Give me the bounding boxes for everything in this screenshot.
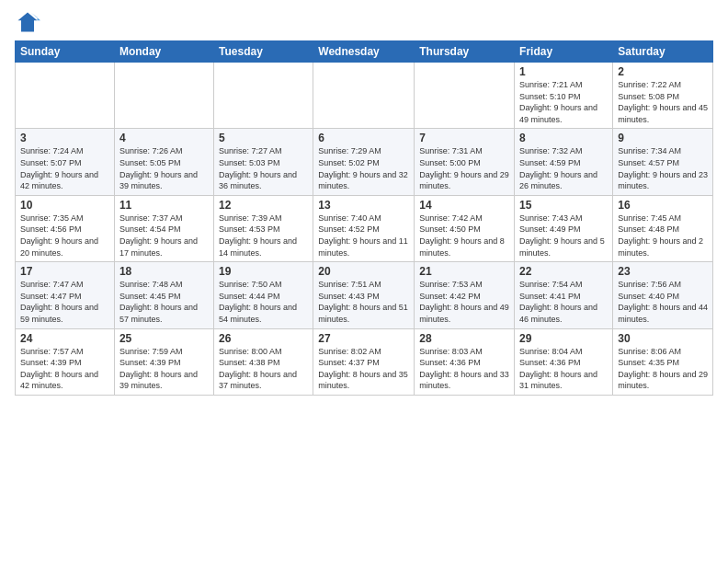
day-info: Sunrise: 7:27 AM Sunset: 5:03 PM Dayligh…: [219, 145, 308, 191]
day-info: Sunrise: 7:32 AM Sunset: 4:59 PM Dayligh…: [519, 145, 608, 191]
calendar-cell: 7Sunrise: 7:31 AM Sunset: 5:00 PM Daylig…: [415, 129, 515, 195]
day-info: Sunrise: 7:24 AM Sunset: 5:07 PM Dayligh…: [20, 145, 109, 191]
calendar-cell: 5Sunrise: 7:27 AM Sunset: 5:03 PM Daylig…: [214, 129, 313, 195]
day-number: 15: [519, 199, 608, 212]
calendar-cell: 4Sunrise: 7:26 AM Sunset: 5:05 PM Daylig…: [114, 129, 213, 195]
day-number: 2: [618, 65, 708, 78]
calendar-cell: 30Sunrise: 8:06 AM Sunset: 4:35 PM Dayli…: [613, 328, 713, 395]
day-number: 28: [419, 332, 509, 345]
day-number: 27: [318, 332, 409, 345]
day-number: 30: [618, 332, 708, 345]
day-number: 25: [119, 332, 209, 345]
day-number: 13: [318, 199, 409, 212]
day-info: Sunrise: 7:35 AM Sunset: 4:56 PM Dayligh…: [20, 213, 109, 259]
day-number: 6: [318, 132, 409, 144]
calendar-cell: 6Sunrise: 7:29 AM Sunset: 5:02 PM Daylig…: [313, 129, 415, 195]
day-number: 5: [219, 132, 308, 144]
calendar-cell: 21Sunrise: 7:53 AM Sunset: 4:42 PM Dayli…: [415, 262, 515, 328]
calendar-week-row: 3Sunrise: 7:24 AM Sunset: 5:07 PM Daylig…: [16, 129, 713, 195]
day-info: Sunrise: 7:29 AM Sunset: 5:02 PM Dayligh…: [318, 145, 409, 191]
day-info: Sunrise: 7:21 AM Sunset: 5:10 PM Dayligh…: [519, 79, 608, 125]
calendar-cell: [16, 63, 115, 129]
day-info: Sunrise: 7:51 AM Sunset: 4:43 PM Dayligh…: [318, 279, 409, 325]
calendar-cell: 27Sunrise: 8:02 AM Sunset: 4:37 PM Dayli…: [313, 328, 415, 395]
calendar-cell: 2Sunrise: 7:22 AM Sunset: 5:08 PM Daylig…: [613, 63, 713, 129]
calendar-cell: [415, 63, 515, 129]
calendar-cell: 29Sunrise: 8:04 AM Sunset: 4:36 PM Dayli…: [515, 328, 613, 395]
day-number: 29: [519, 332, 608, 345]
calendar-cell: 12Sunrise: 7:39 AM Sunset: 4:53 PM Dayli…: [214, 195, 313, 261]
day-info: Sunrise: 8:03 AM Sunset: 4:36 PM Dayligh…: [419, 346, 509, 392]
day-number: 14: [419, 199, 509, 212]
day-info: Sunrise: 7:50 AM Sunset: 4:44 PM Dayligh…: [219, 279, 308, 325]
calendar-cell: 22Sunrise: 7:54 AM Sunset: 4:41 PM Dayli…: [515, 262, 613, 328]
header: [15, 9, 713, 35]
day-number: 23: [618, 265, 708, 278]
day-number: 12: [219, 199, 308, 212]
calendar-cell: 9Sunrise: 7:34 AM Sunset: 4:57 PM Daylig…: [613, 129, 713, 195]
calendar-cell: 19Sunrise: 7:50 AM Sunset: 4:44 PM Dayli…: [214, 262, 313, 328]
day-number: 4: [119, 132, 209, 144]
calendar-cell: 11Sunrise: 7:37 AM Sunset: 4:54 PM Dayli…: [114, 195, 213, 261]
day-number: 11: [119, 199, 209, 212]
calendar-header-wednesday: Wednesday: [313, 41, 415, 63]
calendar-cell: 16Sunrise: 7:45 AM Sunset: 4:48 PM Dayli…: [613, 195, 713, 261]
day-info: Sunrise: 7:45 AM Sunset: 4:48 PM Dayligh…: [618, 213, 708, 259]
calendar-cell: 28Sunrise: 8:03 AM Sunset: 4:36 PM Dayli…: [415, 328, 515, 395]
day-info: Sunrise: 7:26 AM Sunset: 5:05 PM Dayligh…: [119, 145, 209, 191]
calendar-cell: 1Sunrise: 7:21 AM Sunset: 5:10 PM Daylig…: [515, 63, 613, 129]
day-number: 21: [419, 265, 509, 278]
calendar-header-tuesday: Tuesday: [214, 41, 313, 63]
calendar-header-row: SundayMondayTuesdayWednesdayThursdayFrid…: [16, 41, 713, 63]
calendar-cell: 24Sunrise: 7:57 AM Sunset: 4:39 PM Dayli…: [16, 328, 115, 395]
day-info: Sunrise: 7:31 AM Sunset: 5:00 PM Dayligh…: [419, 145, 509, 191]
page: SundayMondayTuesdayWednesdayThursdayFrid…: [0, 0, 728, 563]
calendar-cell: 25Sunrise: 7:59 AM Sunset: 4:39 PM Dayli…: [114, 328, 213, 395]
day-info: Sunrise: 8:06 AM Sunset: 4:35 PM Dayligh…: [618, 346, 708, 392]
calendar-cell: 23Sunrise: 7:56 AM Sunset: 4:40 PM Dayli…: [613, 262, 713, 328]
day-number: 19: [219, 265, 308, 278]
day-info: Sunrise: 7:43 AM Sunset: 4:49 PM Dayligh…: [519, 213, 608, 259]
calendar-week-row: 17Sunrise: 7:47 AM Sunset: 4:47 PM Dayli…: [16, 262, 713, 328]
calendar-header-sunday: Sunday: [16, 41, 115, 63]
day-info: Sunrise: 7:22 AM Sunset: 5:08 PM Dayligh…: [618, 79, 708, 125]
day-number: 9: [618, 132, 708, 144]
day-number: 8: [519, 132, 608, 144]
calendar-week-row: 1Sunrise: 7:21 AM Sunset: 5:10 PM Daylig…: [16, 63, 713, 129]
logo-icon: [15, 9, 40, 35]
day-info: Sunrise: 7:53 AM Sunset: 4:42 PM Dayligh…: [419, 279, 509, 325]
calendar: SundayMondayTuesdayWednesdayThursdayFrid…: [15, 40, 713, 396]
day-number: 10: [20, 199, 109, 212]
day-info: Sunrise: 7:57 AM Sunset: 4:39 PM Dayligh…: [20, 346, 109, 392]
calendar-header-saturday: Saturday: [613, 41, 713, 63]
day-number: 7: [419, 132, 509, 144]
calendar-cell: 26Sunrise: 8:00 AM Sunset: 4:38 PM Dayli…: [214, 328, 313, 395]
calendar-cell: 3Sunrise: 7:24 AM Sunset: 5:07 PM Daylig…: [16, 129, 115, 195]
day-info: Sunrise: 8:04 AM Sunset: 4:36 PM Dayligh…: [519, 346, 608, 392]
calendar-cell: 10Sunrise: 7:35 AM Sunset: 4:56 PM Dayli…: [16, 195, 115, 261]
day-info: Sunrise: 7:34 AM Sunset: 4:57 PM Dayligh…: [618, 145, 708, 191]
calendar-cell: 14Sunrise: 7:42 AM Sunset: 4:50 PM Dayli…: [415, 195, 515, 261]
day-number: 26: [219, 332, 308, 345]
calendar-header-monday: Monday: [114, 41, 213, 63]
day-info: Sunrise: 8:00 AM Sunset: 4:38 PM Dayligh…: [219, 346, 308, 392]
day-number: 16: [618, 199, 708, 212]
day-info: Sunrise: 7:54 AM Sunset: 4:41 PM Dayligh…: [519, 279, 608, 325]
day-info: Sunrise: 7:42 AM Sunset: 4:50 PM Dayligh…: [419, 213, 509, 259]
day-number: 17: [20, 265, 109, 278]
calendar-cell: [313, 63, 415, 129]
calendar-cell: 17Sunrise: 7:47 AM Sunset: 4:47 PM Dayli…: [16, 262, 115, 328]
day-info: Sunrise: 7:47 AM Sunset: 4:47 PM Dayligh…: [20, 279, 109, 325]
day-number: 1: [519, 65, 608, 78]
calendar-cell: 13Sunrise: 7:40 AM Sunset: 4:52 PM Dayli…: [313, 195, 415, 261]
day-info: Sunrise: 7:39 AM Sunset: 4:53 PM Dayligh…: [219, 213, 308, 259]
calendar-cell: [214, 63, 313, 129]
logo: [15, 9, 44, 35]
day-number: 18: [119, 265, 209, 278]
calendar-cell: 15Sunrise: 7:43 AM Sunset: 4:49 PM Dayli…: [515, 195, 613, 261]
day-info: Sunrise: 7:59 AM Sunset: 4:39 PM Dayligh…: [119, 346, 209, 392]
day-number: 20: [318, 265, 409, 278]
day-info: Sunrise: 7:40 AM Sunset: 4:52 PM Dayligh…: [318, 213, 409, 259]
calendar-week-row: 24Sunrise: 7:57 AM Sunset: 4:39 PM Dayli…: [16, 328, 713, 395]
day-info: Sunrise: 8:02 AM Sunset: 4:37 PM Dayligh…: [318, 346, 409, 392]
